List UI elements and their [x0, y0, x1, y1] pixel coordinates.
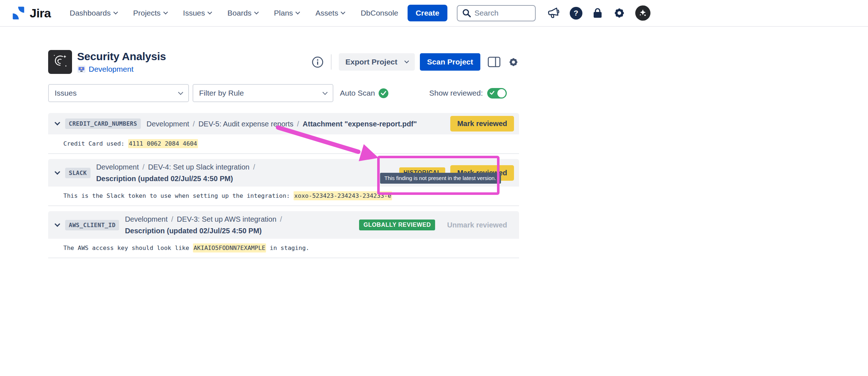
chevron-down-icon	[163, 10, 168, 14]
collapse-chevron-icon[interactable]	[55, 120, 60, 126]
rule-badge: SLACK	[65, 168, 90, 178]
chevron-down-icon	[254, 10, 259, 14]
rule-badge: AWS_CLIENT_ID	[65, 220, 119, 230]
breadcrumb-separator: /	[143, 162, 145, 172]
breadcrumb-separator: /	[297, 119, 299, 129]
nav-item-label: Issues	[183, 9, 205, 17]
breadcrumb-issue[interactable]: DEV-5: Audit expense reports	[198, 119, 293, 129]
snippet-text: in staging.	[266, 245, 309, 251]
nav-item-label: Plans	[274, 9, 293, 17]
topbar-icon-group: ?	[547, 5, 650, 21]
jira-security-analysis-page: Jira Dashboards Projects Issues Boards P…	[0, 0, 868, 376]
breadcrumb-location: Attachment "expense-report.pdf"	[303, 119, 417, 129]
auto-scan-status: Auto Scan	[340, 88, 388, 98]
unmark-reviewed-button[interactable]: Unmark reviewed	[440, 217, 514, 233]
finding-snippet: Credit Card used: 4111 0062 2084 4604	[48, 134, 519, 154]
breadcrumb-project[interactable]: Development	[125, 214, 168, 224]
project-avatar-small	[77, 65, 86, 73]
help-circle: ?	[570, 7, 582, 20]
announcements-megaphone-icon[interactable]	[547, 6, 560, 20]
project-header: Security Analysis Development	[48, 50, 519, 74]
scan-project-button[interactable]: Scan Project	[420, 53, 480, 71]
nav-item-label: Assets	[315, 9, 338, 17]
breadcrumb-separator: /	[280, 214, 282, 224]
rule-badge: CREDIT_CARD_NUMBERS	[65, 118, 141, 129]
chevron-down-icon	[341, 10, 346, 14]
nav-item-label: Projects	[133, 9, 161, 17]
page-settings-gear-icon[interactable]	[508, 57, 519, 68]
show-reviewed-toggle[interactable]	[487, 88, 507, 99]
project-actions: Export Project Scan Project	[312, 53, 519, 71]
create-button[interactable]: Create	[408, 5, 447, 21]
export-project-label: Export Project	[345, 58, 397, 66]
breadcrumb-issue[interactable]: DEV-4: Set up Slack integration	[148, 162, 249, 172]
historical-tooltip: This finding is not present in the lates…	[380, 173, 501, 184]
project-link[interactable]: Development	[89, 65, 134, 74]
nav-item-plans[interactable]: Plans	[274, 9, 300, 17]
show-reviewed-control: Show reviewed:	[429, 88, 507, 99]
finding-breadcrumb: Development / DEV-3: Set up AWS integrat…	[125, 214, 355, 236]
search-input[interactable]	[475, 9, 531, 17]
jira-wordmark: Jira	[30, 6, 51, 20]
export-project-button[interactable]: Export Project	[339, 53, 415, 71]
chevron-down-icon	[113, 10, 118, 14]
nav-item-projects[interactable]: Projects	[133, 9, 167, 17]
finding-breadcrumb: Development / DEV-4: Set up Slack integr…	[96, 162, 395, 184]
nav-item-label: Dashboards	[70, 9, 111, 17]
help-icon[interactable]: ?	[570, 7, 582, 20]
auto-scan-label: Auto Scan	[340, 89, 375, 97]
finding-card-aws: AWS_CLIENT_ID Development / DEV-3: Set u…	[48, 211, 519, 258]
toggle-check-icon	[490, 91, 494, 95]
nav-item-dbconsole[interactable]: DbConsole	[361, 9, 398, 17]
nav-item-dashboards[interactable]: Dashboards	[70, 9, 117, 17]
breadcrumb-location: Description (updated 02/Jul/25 4:50 PM)	[125, 226, 262, 236]
project-titles: Security Analysis Development	[77, 50, 166, 74]
nav-item-boards[interactable]: Boards	[227, 9, 258, 17]
project-breadcrumb: Development	[77, 65, 166, 74]
chevron-down-icon	[404, 59, 409, 63]
lock-icon[interactable]	[592, 7, 603, 19]
nav-item-assets[interactable]: Assets	[315, 9, 345, 17]
snippet-text: The AWS access key should look like	[63, 245, 193, 251]
rule-filter-value: Filter by Rule	[199, 89, 244, 97]
toggle-knob	[497, 89, 506, 97]
breadcrumb-separator: /	[193, 119, 195, 129]
finding-header: CREDIT_CARD_NUMBERS Development / DEV-5:…	[48, 113, 519, 134]
finding-actions: GLOBALLY REVIEWED Unmark reviewed	[359, 217, 514, 233]
breadcrumb-separator: /	[171, 214, 173, 224]
finding-header: AWS_CLIENT_ID Development / DEV-3: Set u…	[48, 211, 519, 239]
jira-logo[interactable]: Jira	[11, 5, 51, 21]
chevron-down-icon	[178, 90, 183, 95]
collapse-chevron-icon[interactable]	[55, 169, 60, 175]
finding-snippet: The AWS access key should look like AKIA…	[48, 239, 519, 258]
info-icon[interactable]	[312, 56, 324, 68]
jira-logo-icon	[11, 5, 26, 21]
user-avatar[interactable]	[635, 5, 650, 21]
top-navigation-bar: Jira Dashboards Projects Issues Boards P…	[0, 0, 868, 27]
findings-list: CREDIT_CARD_NUMBERS Development / DEV-5:…	[48, 113, 519, 258]
primary-navigation: Dashboards Projects Issues Boards Plans …	[70, 9, 399, 17]
collapse-chevron-icon[interactable]	[55, 221, 60, 227]
search-box[interactable]	[457, 5, 536, 21]
breadcrumb-project[interactable]: Development	[96, 162, 139, 172]
globally-reviewed-badge: GLOBALLY REVIEWED	[359, 220, 435, 230]
issues-filter-select[interactable]: Issues	[48, 84, 189, 102]
mark-reviewed-button[interactable]: Mark reviewed	[450, 116, 514, 131]
rule-filter-select[interactable]: Filter by Rule	[193, 84, 333, 102]
chevron-down-icon	[207, 10, 212, 14]
nav-item-label: Boards	[227, 9, 252, 17]
snippet-text: This is the Slack token to use when sett…	[63, 192, 294, 199]
breadcrumb-location: Description (updated 02/Jul/25 4:50 PM)	[96, 174, 233, 184]
breadcrumb-project[interactable]: Development	[147, 119, 189, 129]
layout-panel-icon[interactable]	[488, 57, 501, 67]
filter-row: Issues Filter by Rule Auto Scan Show rev…	[48, 84, 519, 102]
show-reviewed-label: Show reviewed:	[429, 89, 483, 97]
breadcrumb-issue[interactable]: DEV-3: Set up AWS integration	[177, 214, 277, 224]
main-content: Security Analysis Development	[48, 50, 519, 258]
breadcrumb-separator: /	[253, 162, 255, 172]
project-avatar[interactable]	[48, 50, 72, 74]
settings-gear-icon[interactable]	[613, 7, 626, 20]
nav-item-issues[interactable]: Issues	[183, 9, 212, 17]
auto-scan-check-icon	[379, 88, 388, 98]
help-glyph: ?	[574, 9, 578, 17]
